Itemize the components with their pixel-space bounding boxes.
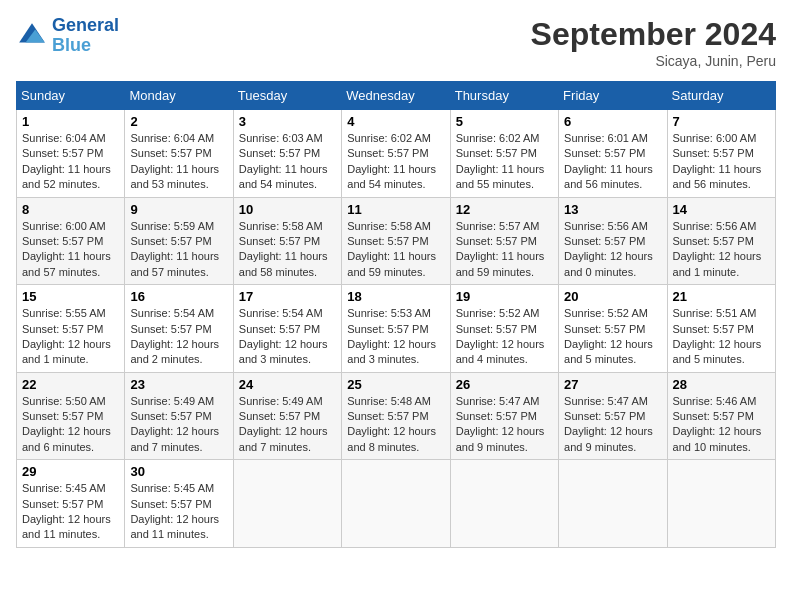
day-number: 21 xyxy=(673,289,770,304)
location: Sicaya, Junin, Peru xyxy=(531,53,776,69)
calendar-header-row: Sunday Monday Tuesday Wednesday Thursday… xyxy=(17,82,776,110)
day-info: Sunrise: 5:58 AM Sunset: 5:57 PM Dayligh… xyxy=(239,219,336,281)
table-row xyxy=(233,460,341,548)
day-number: 16 xyxy=(130,289,227,304)
table-row: 20 Sunrise: 5:52 AM Sunset: 5:57 PM Dayl… xyxy=(559,285,667,373)
table-row: 25 Sunrise: 5:48 AM Sunset: 5:57 PM Dayl… xyxy=(342,372,450,460)
table-row xyxy=(342,460,450,548)
col-monday: Monday xyxy=(125,82,233,110)
day-number: 6 xyxy=(564,114,661,129)
day-number: 2 xyxy=(130,114,227,129)
day-info: Sunrise: 5:46 AM Sunset: 5:57 PM Dayligh… xyxy=(673,394,770,456)
calendar-table: Sunday Monday Tuesday Wednesday Thursday… xyxy=(16,81,776,548)
title-block: September 2024 Sicaya, Junin, Peru xyxy=(531,16,776,69)
day-info: Sunrise: 6:02 AM Sunset: 5:57 PM Dayligh… xyxy=(347,131,444,193)
calendar-week-row: 15 Sunrise: 5:55 AM Sunset: 5:57 PM Dayl… xyxy=(17,285,776,373)
table-row xyxy=(450,460,558,548)
table-row: 5 Sunrise: 6:02 AM Sunset: 5:57 PM Dayli… xyxy=(450,110,558,198)
table-row: 9 Sunrise: 5:59 AM Sunset: 5:57 PM Dayli… xyxy=(125,197,233,285)
table-row: 17 Sunrise: 5:54 AM Sunset: 5:57 PM Dayl… xyxy=(233,285,341,373)
table-row: 8 Sunrise: 6:00 AM Sunset: 5:57 PM Dayli… xyxy=(17,197,125,285)
day-number: 18 xyxy=(347,289,444,304)
day-info: Sunrise: 5:45 AM Sunset: 5:57 PM Dayligh… xyxy=(130,481,227,543)
day-number: 13 xyxy=(564,202,661,217)
calendar-week-row: 22 Sunrise: 5:50 AM Sunset: 5:57 PM Dayl… xyxy=(17,372,776,460)
col-saturday: Saturday xyxy=(667,82,775,110)
table-row: 7 Sunrise: 6:00 AM Sunset: 5:57 PM Dayli… xyxy=(667,110,775,198)
table-row: 29 Sunrise: 5:45 AM Sunset: 5:57 PM Dayl… xyxy=(17,460,125,548)
day-number: 14 xyxy=(673,202,770,217)
table-row: 22 Sunrise: 5:50 AM Sunset: 5:57 PM Dayl… xyxy=(17,372,125,460)
day-number: 4 xyxy=(347,114,444,129)
day-info: Sunrise: 5:56 AM Sunset: 5:57 PM Dayligh… xyxy=(673,219,770,281)
table-row: 18 Sunrise: 5:53 AM Sunset: 5:57 PM Dayl… xyxy=(342,285,450,373)
day-number: 25 xyxy=(347,377,444,392)
day-info: Sunrise: 5:58 AM Sunset: 5:57 PM Dayligh… xyxy=(347,219,444,281)
table-row: 27 Sunrise: 5:47 AM Sunset: 5:57 PM Dayl… xyxy=(559,372,667,460)
day-number: 17 xyxy=(239,289,336,304)
day-number: 22 xyxy=(22,377,119,392)
table-row xyxy=(667,460,775,548)
table-row: 26 Sunrise: 5:47 AM Sunset: 5:57 PM Dayl… xyxy=(450,372,558,460)
day-number: 3 xyxy=(239,114,336,129)
day-info: Sunrise: 5:55 AM Sunset: 5:57 PM Dayligh… xyxy=(22,306,119,368)
table-row: 11 Sunrise: 5:58 AM Sunset: 5:57 PM Dayl… xyxy=(342,197,450,285)
day-number: 7 xyxy=(673,114,770,129)
day-number: 26 xyxy=(456,377,553,392)
table-row: 23 Sunrise: 5:49 AM Sunset: 5:57 PM Dayl… xyxy=(125,372,233,460)
day-info: Sunrise: 5:49 AM Sunset: 5:57 PM Dayligh… xyxy=(130,394,227,456)
calendar-week-row: 29 Sunrise: 5:45 AM Sunset: 5:57 PM Dayl… xyxy=(17,460,776,548)
day-info: Sunrise: 5:47 AM Sunset: 5:57 PM Dayligh… xyxy=(564,394,661,456)
calendar-week-row: 8 Sunrise: 6:00 AM Sunset: 5:57 PM Dayli… xyxy=(17,197,776,285)
page-header: General Blue September 2024 Sicaya, Juni… xyxy=(16,16,776,69)
table-row: 12 Sunrise: 5:57 AM Sunset: 5:57 PM Dayl… xyxy=(450,197,558,285)
day-number: 24 xyxy=(239,377,336,392)
calendar-week-row: 1 Sunrise: 6:04 AM Sunset: 5:57 PM Dayli… xyxy=(17,110,776,198)
table-row: 21 Sunrise: 5:51 AM Sunset: 5:57 PM Dayl… xyxy=(667,285,775,373)
table-row: 14 Sunrise: 5:56 AM Sunset: 5:57 PM Dayl… xyxy=(667,197,775,285)
day-number: 12 xyxy=(456,202,553,217)
logo: General Blue xyxy=(16,16,119,56)
table-row: 24 Sunrise: 5:49 AM Sunset: 5:57 PM Dayl… xyxy=(233,372,341,460)
day-number: 20 xyxy=(564,289,661,304)
day-info: Sunrise: 5:51 AM Sunset: 5:57 PM Dayligh… xyxy=(673,306,770,368)
day-number: 29 xyxy=(22,464,119,479)
table-row: 30 Sunrise: 5:45 AM Sunset: 5:57 PM Dayl… xyxy=(125,460,233,548)
day-number: 10 xyxy=(239,202,336,217)
table-row xyxy=(559,460,667,548)
day-number: 27 xyxy=(564,377,661,392)
col-tuesday: Tuesday xyxy=(233,82,341,110)
day-number: 8 xyxy=(22,202,119,217)
day-number: 30 xyxy=(130,464,227,479)
day-info: Sunrise: 6:00 AM Sunset: 5:57 PM Dayligh… xyxy=(673,131,770,193)
day-info: Sunrise: 6:01 AM Sunset: 5:57 PM Dayligh… xyxy=(564,131,661,193)
day-info: Sunrise: 5:45 AM Sunset: 5:57 PM Dayligh… xyxy=(22,481,119,543)
day-info: Sunrise: 5:50 AM Sunset: 5:57 PM Dayligh… xyxy=(22,394,119,456)
logo-text: General Blue xyxy=(52,16,119,56)
day-number: 28 xyxy=(673,377,770,392)
table-row: 16 Sunrise: 5:54 AM Sunset: 5:57 PM Dayl… xyxy=(125,285,233,373)
day-info: Sunrise: 6:02 AM Sunset: 5:57 PM Dayligh… xyxy=(456,131,553,193)
month-title: September 2024 xyxy=(531,16,776,53)
day-info: Sunrise: 5:54 AM Sunset: 5:57 PM Dayligh… xyxy=(239,306,336,368)
col-wednesday: Wednesday xyxy=(342,82,450,110)
table-row: 19 Sunrise: 5:52 AM Sunset: 5:57 PM Dayl… xyxy=(450,285,558,373)
logo-icon xyxy=(16,20,48,52)
day-number: 9 xyxy=(130,202,227,217)
day-info: Sunrise: 6:03 AM Sunset: 5:57 PM Dayligh… xyxy=(239,131,336,193)
day-info: Sunrise: 5:54 AM Sunset: 5:57 PM Dayligh… xyxy=(130,306,227,368)
day-info: Sunrise: 5:52 AM Sunset: 5:57 PM Dayligh… xyxy=(456,306,553,368)
day-info: Sunrise: 5:49 AM Sunset: 5:57 PM Dayligh… xyxy=(239,394,336,456)
table-row: 6 Sunrise: 6:01 AM Sunset: 5:57 PM Dayli… xyxy=(559,110,667,198)
day-info: Sunrise: 5:48 AM Sunset: 5:57 PM Dayligh… xyxy=(347,394,444,456)
day-info: Sunrise: 5:57 AM Sunset: 5:57 PM Dayligh… xyxy=(456,219,553,281)
day-number: 11 xyxy=(347,202,444,217)
col-friday: Friday xyxy=(559,82,667,110)
day-info: Sunrise: 5:59 AM Sunset: 5:57 PM Dayligh… xyxy=(130,219,227,281)
day-number: 1 xyxy=(22,114,119,129)
table-row: 10 Sunrise: 5:58 AM Sunset: 5:57 PM Dayl… xyxy=(233,197,341,285)
day-number: 19 xyxy=(456,289,553,304)
day-info: Sunrise: 5:47 AM Sunset: 5:57 PM Dayligh… xyxy=(456,394,553,456)
table-row: 28 Sunrise: 5:46 AM Sunset: 5:57 PM Dayl… xyxy=(667,372,775,460)
day-info: Sunrise: 5:52 AM Sunset: 5:57 PM Dayligh… xyxy=(564,306,661,368)
